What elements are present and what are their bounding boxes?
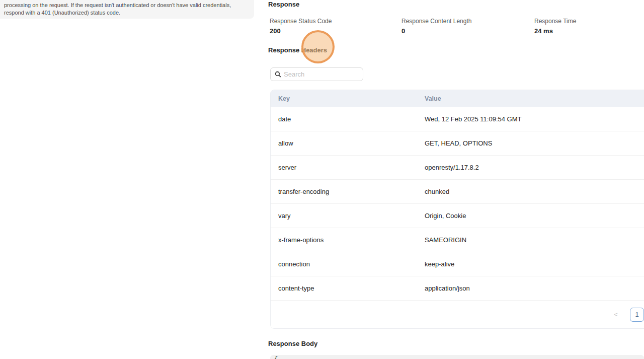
chevron-left-icon: < [614,311,618,318]
stat-label: Response Status Code [270,18,332,25]
header-key: content-type [271,284,425,292]
header-value: openresty/1.17.8.2 [425,164,644,171]
header-value: Origin, Cookie [425,212,644,220]
table-row: connection keep-alive [271,252,644,276]
header-key: connection [271,260,425,268]
header-value: chunked [425,188,644,195]
table-row: date Wed, 12 Feb 2025 11:09:54 GMT [271,107,644,131]
column-header-key: Key [271,95,425,102]
click-highlight-circle [301,30,335,63]
response-body-title: Response Body [268,340,317,347]
table-row: transfer-encoding chunked [271,180,644,204]
response-detail-page: { "note_box": { "text": "processing on t… [0,0,644,359]
header-value: GET, HEAD, OPTIONS [425,139,644,147]
column-header-value: Value [425,95,644,102]
response-headers-table: Key Value date Wed, 12 Feb 2025 11:09:54… [270,90,644,329]
table-row: vary Origin, Cookie [271,204,644,228]
header-key: server [271,164,425,171]
response-body-code-block: { [270,355,644,359]
stat-response-content-length: Response Content Length 0 [401,18,471,35]
header-value: Wed, 12 Feb 2025 11:09:54 GMT [425,115,644,123]
search-icon [275,71,281,78]
table-header-row: Key Value [271,90,644,107]
request-note-text: processing on the request. If the reques… [4,2,231,16]
header-value: SAMEORIGIN [425,236,644,244]
search-input[interactable] [284,70,359,78]
header-key: transfer-encoding [271,188,425,195]
table-row: content-type application/json [271,276,644,301]
pagination-page-1-button[interactable]: 1 [630,308,644,322]
request-note-box: processing on the request. If the reques… [0,0,254,19]
stat-response-time: Response Time 24 ms [534,18,576,35]
stat-label: Response Content Length [401,18,471,25]
header-value: application/json [425,284,644,292]
table-row: server openresty/1.17.8.2 [271,156,644,180]
header-key: vary [271,212,425,220]
stat-value: 24 ms [534,27,576,35]
table-pagination: < 1 [271,301,644,328]
response-section-title: Response [268,1,299,8]
stat-label: Response Time [534,18,576,25]
table-row: allow GET, HEAD, OPTIONS [271,131,644,156]
header-key: allow [271,139,425,147]
header-search-box[interactable] [270,67,363,81]
header-key: x-frame-options [271,236,425,244]
header-value: keep-alive [425,260,644,268]
stat-value: 0 [401,27,471,35]
pagination-prev-button[interactable]: < [610,308,622,322]
header-key: date [271,115,425,123]
table-row: x-frame-options SAMEORIGIN [271,228,644,252]
response-body-preview: { [274,355,278,359]
